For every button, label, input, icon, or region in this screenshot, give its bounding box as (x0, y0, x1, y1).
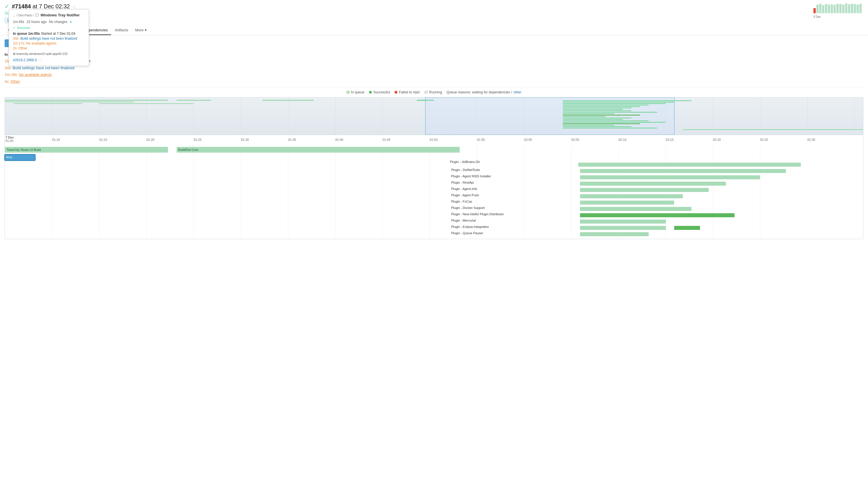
plugin-row-queuepauser: Plugin - Queue Pauser (5, 231, 863, 237)
plugin-bar-docker (580, 207, 692, 211)
queue-line-3: 34s: Build settings have not been finali… (5, 65, 863, 71)
plugin-bar-agentpush (580, 194, 683, 198)
timeline-visualization: 7 Dec 01:05 01:10 01:15 01:20 01:25 01:3… (5, 97, 863, 239)
plugin-bar-mercurial (580, 220, 666, 224)
running-icon (424, 91, 428, 94)
plugin-row-eclipse: Plugin - Eclipse-Integration (5, 225, 863, 231)
build-id-title: #71484 at 7 Dec 02:32 (12, 3, 70, 10)
popup-box-icon: ☐ (35, 13, 39, 17)
build-bar-react-ui[interactable]: TeamCity React UI Build (5, 147, 168, 153)
legend-in-queue: In queue (347, 90, 364, 94)
plugin-row-docker: Plugin - Docker Support (5, 206, 863, 212)
legend-failed: Failed to start (395, 90, 420, 94)
svg-rect-9 (839, 4, 842, 13)
svg-rect-58 (563, 122, 666, 123)
failed-icon (395, 91, 397, 94)
svg-rect-5 (828, 5, 830, 13)
main-content: Timeline List Chain In queue 1h:30m Star… (0, 35, 868, 243)
svg-rect-59 (563, 123, 640, 124)
settings-link[interactable]: Build settings have not been finalized (12, 66, 74, 70)
separator-1 (5, 87, 863, 88)
svg-rect-12 (848, 4, 850, 13)
popup-breadcrumb: ... / Dist Parts / (13, 14, 34, 17)
svg-rect-42 (425, 97, 675, 135)
svg-rect-60 (563, 125, 614, 126)
plugin-row-agentpush: Plugin - Agent Push (5, 193, 863, 199)
popup-build-number-link[interactable]: #2019.2.2866.0 (13, 58, 37, 62)
svg-rect-13 (851, 4, 853, 13)
windows-icon: ⊞ (13, 52, 16, 55)
tab-more[interactable]: More ▾ (132, 26, 150, 35)
legend-running: Running (424, 90, 442, 94)
popup-time-ago: 15 hours ago (26, 20, 47, 24)
popup-settings-link[interactable]: Build settings have not been finalized (20, 36, 77, 41)
plugin-bar-restapi (580, 181, 726, 186)
svg-rect-44 (563, 102, 675, 103)
top-bar: ✓ #71484 at 7 Dec 02:32 ☆ Success 𝓥 mast… (0, 0, 868, 35)
svg-rect-40 (14, 103, 82, 104)
svg-rect-56 (563, 119, 623, 120)
svg-rect-16 (859, 4, 862, 13)
tab-artifacts[interactable]: Artifacts (111, 26, 132, 35)
popup-queue-info: In queue 1m:55s Started at 7 Dec 01:04 3… (13, 32, 85, 50)
queue-info-block: In queue 1h:30m Started at 7 Dec 02:32 1… (5, 51, 863, 85)
plugin-bar-nsis (580, 175, 760, 179)
popup-duration: 1m:45s (13, 20, 24, 24)
legend-successful: Successful (369, 90, 390, 94)
favorite-star-icon[interactable]: ☆ (72, 4, 76, 9)
svg-rect-8 (836, 4, 839, 13)
popup-no-changes: No changes (49, 20, 67, 24)
dependency-sub-tabs: Timeline List Chain (5, 40, 863, 47)
plugin-row-nsis: Plugin - Agent NSIS Installer (5, 174, 863, 180)
svg-rect-3 (822, 5, 824, 13)
plugin-bar-queuepauser (580, 232, 649, 236)
svg-rect-55 (563, 118, 631, 118)
plugin-row-jetbrains-git: Plugin - JetBrains.Git (5, 162, 863, 168)
stack-icon: ≡ (70, 20, 72, 24)
plugin-row-restapi: Plugin - RestApi (5, 181, 863, 187)
more-chevron-icon: ▾ (145, 28, 147, 32)
svg-rect-54 (563, 116, 606, 117)
queue-line-1: In queue 1h:30m Started at 7 Dec 02:32 (5, 51, 863, 58)
plugin-bar-jetbrains-git (578, 163, 801, 167)
queue-other-link[interactable]: other (514, 90, 521, 94)
mini-history-chart: 5 Dec (813, 2, 865, 15)
overview-chart (5, 97, 863, 135)
svg-rect-48 (563, 107, 631, 108)
svg-rect-10 (842, 5, 844, 13)
date-label-7dec: 7 Dec 01:05 (5, 136, 14, 143)
plugin-row-dotnettools: Plugin - DotNetTools (5, 168, 863, 174)
svg-rect-43 (563, 100, 691, 101)
svg-rect-46 (563, 105, 649, 105)
build-popup: ... / Dist Parts / ☐ Windows Tray Notifi… (9, 9, 89, 66)
in-queue-icon (347, 91, 349, 94)
svg-rect-37 (262, 100, 314, 101)
popup-header: ... / Dist Parts / ☐ Windows Tray Notifi… (13, 13, 85, 17)
popup-build-title: Windows Tray Notifier (41, 13, 80, 17)
popup-success-icon: ✓ (13, 26, 16, 30)
svg-rect-53 (563, 115, 640, 116)
svg-rect-15 (857, 5, 859, 13)
build-bar-dist-core[interactable]: BuildDist Core (177, 147, 460, 153)
build-status-text: Success (5, 11, 863, 15)
plugin-bar-eclipse (580, 226, 666, 230)
svg-rect-52 (563, 113, 614, 114)
agents-link[interactable]: No available agents (19, 72, 52, 77)
svg-rect-36 (177, 100, 211, 101)
svg-rect-4 (825, 4, 827, 13)
svg-rect-0 (813, 8, 816, 13)
svg-rect-41 (99, 103, 194, 104)
plugin-bar-fxcop (580, 201, 675, 205)
build-row-1: TeamCity React UI Build BuildDist Core (5, 146, 863, 153)
plugin-bar-intellij (580, 213, 735, 217)
builds-gantt-area: TeamCity React UI Build BuildDist Core W… (5, 145, 863, 239)
svg-rect-49 (563, 109, 623, 110)
popup-star-icon[interactable]: ☆ (38, 57, 42, 62)
plugin-bar-eclipse-dark (674, 226, 700, 230)
plugin-bar-agentinfo (580, 188, 709, 192)
svg-rect-57 (563, 120, 649, 121)
other-link[interactable]: Other (10, 79, 20, 83)
build-bar-wnd-selected[interactable]: Wnd... (5, 155, 35, 161)
svg-rect-7 (834, 5, 836, 13)
svg-rect-11 (845, 3, 847, 13)
